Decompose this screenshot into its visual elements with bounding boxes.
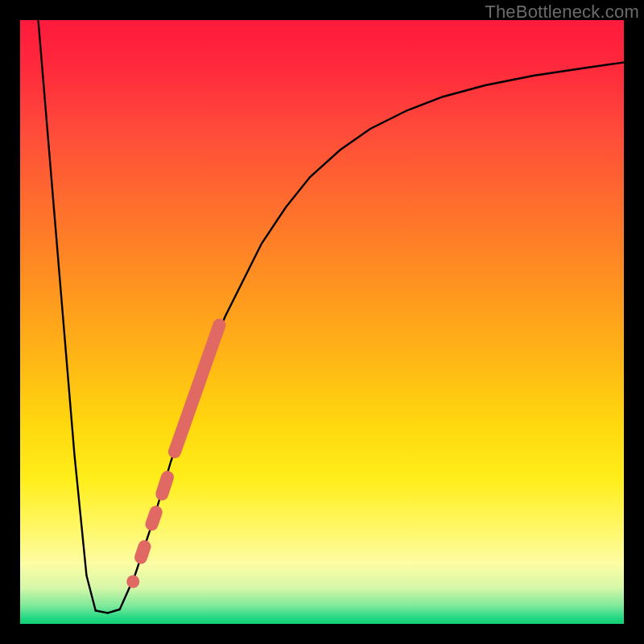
curve-right-ascent	[120, 63, 624, 610]
curve-group	[39, 20, 625, 613]
curve-left-descent	[39, 20, 96, 611]
overlay-segment-3	[175, 325, 220, 452]
curve-valley-floor	[96, 609, 120, 613]
chart-frame: TheBottleneck.com	[0, 0, 644, 644]
overlay-segment-1	[152, 512, 156, 524]
overlay-segment-2	[162, 477, 167, 494]
curve-layer	[20, 20, 624, 624]
overlay-segment-0	[141, 547, 145, 558]
overlay-markers	[126, 325, 219, 588]
watermark-text: TheBottleneck.com	[485, 2, 639, 23]
overlay-dot-0	[126, 576, 139, 588]
plot-area	[20, 20, 624, 624]
